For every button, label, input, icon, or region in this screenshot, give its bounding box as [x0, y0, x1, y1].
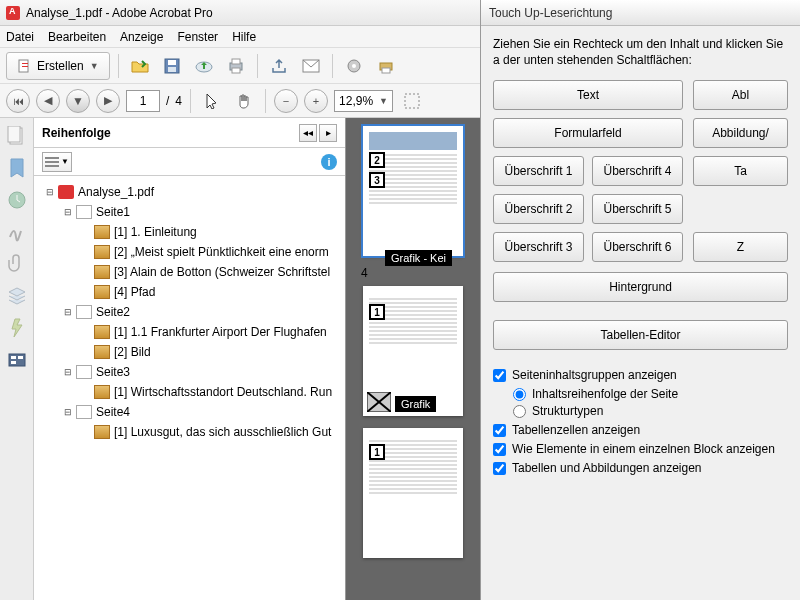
- thumbnail-page2[interactable]: 1 2 Grafik: [363, 286, 463, 416]
- chk-label: Seiteninhaltsgruppen anzeigen: [512, 368, 677, 382]
- radio-structure-types[interactable]: [513, 405, 526, 418]
- order-tree[interactable]: ⊟Analyse_1.pdf ⊟Seite1 [1] 1. Einleitung…: [34, 176, 345, 600]
- settings-button[interactable]: [341, 53, 367, 79]
- signatures-icon[interactable]: [7, 222, 27, 242]
- pages-icon[interactable]: [7, 126, 27, 146]
- print-icon: [228, 58, 244, 74]
- tree-page[interactable]: Seite3: [96, 365, 130, 379]
- tree-page[interactable]: Seite1: [96, 205, 130, 219]
- chk-table-cells[interactable]: [493, 424, 506, 437]
- tree-item[interactable]: [2] Bild: [114, 345, 151, 359]
- svg-rect-19: [9, 354, 25, 366]
- menu-hilfe[interactable]: Hilfe: [232, 30, 256, 44]
- hand-tool-button[interactable]: [231, 88, 257, 114]
- prev-page-button[interactable]: ◀: [36, 89, 60, 113]
- action-icon[interactable]: [7, 318, 27, 338]
- last-page-button[interactable]: ▶: [96, 89, 120, 113]
- radio-label: Inhaltsreihenfolge der Seite: [532, 387, 678, 401]
- dropdown-icon: ▼: [90, 61, 99, 71]
- thumbnails-pane[interactable]: 2 3 4 Grafik - Kei 1 2 Grafik 1: [346, 118, 480, 600]
- clock-icon[interactable]: [7, 190, 27, 210]
- panel-prev-button[interactable]: ◂◂: [299, 124, 317, 142]
- page-number-input[interactable]: [126, 90, 160, 112]
- thumbnail-page1[interactable]: 2 3: [363, 126, 463, 256]
- h5-button[interactable]: Überschrift 5: [592, 194, 683, 224]
- thumbnail-page3[interactable]: 1: [363, 428, 463, 558]
- chk-tables-figures[interactable]: [493, 462, 506, 475]
- page-icon: [76, 365, 92, 379]
- toolbar-nav: ⏮ ◀ ▼ ▶ / 4 − + 12,9% ▼: [0, 84, 480, 118]
- panel-options-button[interactable]: ▼: [42, 152, 72, 172]
- figure-caption-button[interactable]: Abbildung/: [693, 118, 788, 148]
- page-icon: [76, 205, 92, 219]
- box-icon: [94, 285, 110, 299]
- table-button[interactable]: Ta: [693, 156, 788, 186]
- next-page-button[interactable]: ▼: [66, 89, 90, 113]
- email-button[interactable]: [298, 53, 324, 79]
- cell2-button[interactable]: Z: [693, 232, 788, 262]
- menu-bearbeiten[interactable]: Bearbeiten: [48, 30, 106, 44]
- share-button[interactable]: [266, 53, 292, 79]
- quickprint-button[interactable]: [373, 53, 399, 79]
- svg-rect-4: [168, 60, 176, 65]
- chk-single-block[interactable]: [493, 443, 506, 456]
- overlay-num: 1: [369, 444, 385, 460]
- h3-button[interactable]: Überschrift 3: [493, 232, 584, 262]
- figure-button[interactable]: Abl: [693, 80, 788, 110]
- marquee-zoom-button[interactable]: [399, 88, 425, 114]
- menu-datei[interactable]: Datei: [6, 30, 34, 44]
- background-button[interactable]: Hintergrund: [493, 272, 788, 302]
- gear-icon: [346, 58, 362, 74]
- tags-icon[interactable]: [7, 350, 27, 370]
- zoom-in-button[interactable]: +: [304, 89, 328, 113]
- text-button[interactable]: Text: [493, 80, 683, 110]
- page-icon: [76, 305, 92, 319]
- menu-fenster[interactable]: Fenster: [177, 30, 218, 44]
- box-icon: [94, 225, 110, 239]
- pdf-icon: [58, 185, 74, 199]
- tree-page[interactable]: Seite2: [96, 305, 130, 319]
- panel-next-button[interactable]: ▸: [319, 124, 337, 142]
- tree-item[interactable]: [3] Alain de Botton (Schweizer Schriftst…: [114, 265, 330, 279]
- dropdown-icon: ▼: [379, 96, 388, 106]
- chk-content-groups[interactable]: [493, 369, 506, 382]
- zoom-combo[interactable]: 12,9% ▼: [334, 90, 393, 112]
- tree-item[interactable]: [1] Luxusgut, das sich ausschließlich Gu…: [114, 425, 331, 439]
- print-button[interactable]: [223, 53, 249, 79]
- radio-content-order[interactable]: [513, 388, 526, 401]
- tree-root[interactable]: Analyse_1.pdf: [78, 185, 154, 199]
- tree-item[interactable]: [1] 1. Einleitung: [114, 225, 197, 239]
- svg-rect-17: [8, 126, 20, 142]
- overlay-label: Grafik - Kei: [385, 250, 452, 266]
- table-editor-button[interactable]: Tabellen-Editor: [493, 320, 788, 350]
- formfield-button[interactable]: Formularfeld: [493, 118, 683, 148]
- h2-button[interactable]: Überschrift 2: [493, 194, 584, 224]
- tree-item[interactable]: [4] Pfad: [114, 285, 155, 299]
- tree-item[interactable]: [2] „Meist spielt Pünktlichkeit eine eno…: [114, 245, 329, 259]
- cloud-button[interactable]: [191, 53, 217, 79]
- menu-anzeige[interactable]: Anzeige: [120, 30, 163, 44]
- svg-rect-8: [232, 59, 240, 64]
- save-button[interactable]: [159, 53, 185, 79]
- layers-icon[interactable]: [7, 286, 27, 306]
- tree-item[interactable]: [1] 1.1 Frankfurter Airport Der Flughafe…: [114, 325, 327, 339]
- tree-page[interactable]: Seite4: [96, 405, 130, 419]
- open-button[interactable]: [127, 53, 153, 79]
- svg-rect-21: [11, 361, 16, 364]
- h1-button[interactable]: Überschrift 1: [493, 156, 584, 186]
- svg-rect-14: [382, 68, 390, 73]
- attachments-icon[interactable]: [7, 254, 27, 274]
- h4-button[interactable]: Überschrift 4: [592, 156, 683, 186]
- bookmarks-icon[interactable]: [7, 158, 27, 178]
- share-icon: [271, 58, 287, 74]
- create-button[interactable]: Erstellen ▼: [6, 52, 110, 80]
- info-icon[interactable]: i: [321, 154, 337, 170]
- radio-label: Strukturtypen: [532, 404, 603, 418]
- marquee-icon: [404, 93, 420, 109]
- first-page-button[interactable]: ⏮: [6, 89, 30, 113]
- select-tool-button[interactable]: [199, 88, 225, 114]
- zoom-out-button[interactable]: −: [274, 89, 298, 113]
- h6-button[interactable]: Überschrift 6: [592, 232, 683, 262]
- box-icon: [94, 325, 110, 339]
- tree-item[interactable]: [1] Wirtschaftsstandort Deutschland. Run: [114, 385, 332, 399]
